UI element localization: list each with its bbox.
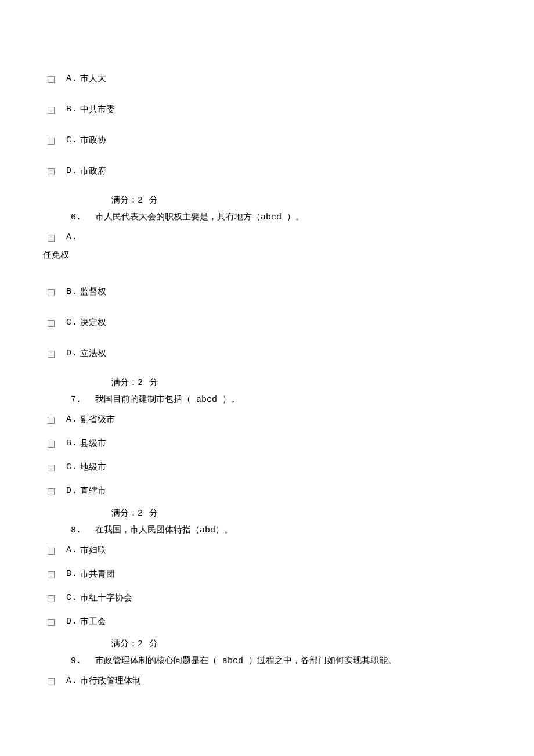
- option-letter: C.: [66, 461, 78, 473]
- answer-text: abcd: [217, 656, 248, 666]
- option-letter: D.: [66, 615, 78, 628]
- option-letter: B.: [66, 103, 78, 116]
- checkbox-icon[interactable]: [48, 417, 55, 424]
- option-text: 直辖市: [80, 485, 106, 497]
- option-letter: D.: [66, 165, 78, 177]
- option-text: 地级市: [80, 461, 106, 473]
- checkbox-icon[interactable]: [48, 619, 55, 626]
- question-number: 8.: [71, 525, 81, 535]
- option-text: 立法权: [80, 347, 106, 359]
- option-text: 市政府: [80, 165, 106, 177]
- checkbox-icon[interactable]: [48, 678, 55, 685]
- checkbox-icon[interactable]: [48, 235, 55, 242]
- score-unit: 分: [149, 195, 158, 204]
- score-line: 满分：2 分: [48, 638, 499, 650]
- answer-text: abcd: [191, 395, 222, 405]
- option-row: A. 副省级市: [48, 413, 499, 426]
- option-row: D. 市工会: [48, 615, 499, 628]
- option-letter: B.: [66, 286, 78, 298]
- option-letter: B.: [66, 437, 78, 449]
- checkbox-icon[interactable]: [48, 351, 55, 358]
- option-text: 决定权: [80, 316, 106, 329]
- option-letter: A.: [66, 675, 78, 687]
- score-line: 满分：2 分: [48, 194, 499, 207]
- option-row: D. 市政府: [48, 165, 499, 177]
- checkbox-icon[interactable]: [48, 76, 55, 83]
- option-row: C. 决定权: [48, 316, 499, 329]
- score-unit: 分: [149, 639, 158, 648]
- option-letter: A.: [66, 413, 78, 426]
- answer-text: abd: [200, 525, 215, 535]
- option-row: A. 市妇联: [48, 544, 499, 556]
- option-letter: C.: [66, 592, 78, 604]
- option-row: B. 县级市: [48, 437, 499, 449]
- option-letter: C.: [66, 134, 78, 146]
- question-text: 市政管理体制的核心问题是在（: [95, 656, 217, 665]
- question-stem: 6.市人民代表大会的职权主要是，具有地方（abcd ）。: [48, 211, 499, 224]
- option-row: C. 市红十字协会: [48, 592, 499, 604]
- question-text: ）。: [222, 394, 240, 404]
- score-value: 2: [138, 378, 143, 388]
- option-letter: A.: [66, 231, 78, 243]
- score-unit: 分: [149, 508, 158, 517]
- option-row: C. 地级市: [48, 461, 499, 473]
- option-letter: A.: [66, 544, 78, 556]
- option-row: B. 市共青团: [48, 568, 499, 580]
- checkbox-icon[interactable]: [48, 107, 55, 114]
- checkbox-icon[interactable]: [48, 320, 55, 327]
- checkbox-icon[interactable]: [48, 488, 55, 495]
- score-label: 满分：: [111, 508, 138, 517]
- question-text: 市人民代表大会的职权主要是，具有地方（: [95, 212, 261, 221]
- answer-text: abcd: [261, 213, 287, 222]
- option-row: D. 直辖市: [48, 485, 499, 497]
- score-label: 满分：: [111, 195, 138, 204]
- score-value: 2: [138, 509, 143, 519]
- option-text: 县级市: [80, 437, 106, 449]
- checkbox-icon[interactable]: [48, 548, 55, 555]
- score-unit: 分: [149, 377, 158, 387]
- question-text: ）。: [215, 525, 233, 534]
- option-row: B. 监督权: [48, 286, 499, 298]
- question-text: 我国目前的建制市包括（: [95, 394, 191, 404]
- option-text: 市红十字协会: [80, 592, 132, 604]
- checkbox-icon[interactable]: [48, 289, 55, 296]
- option-text: 市共青团: [80, 568, 115, 580]
- score-line: 满分：2 分: [48, 376, 499, 389]
- checkbox-icon[interactable]: [48, 138, 55, 145]
- score-value: 2: [138, 639, 143, 649]
- checkbox-icon[interactable]: [48, 595, 55, 602]
- question-stem: 8.在我国，市人民团体特指（abd）。: [48, 524, 499, 537]
- option-letter: D.: [66, 485, 78, 497]
- option-row: A. 市行政管理体制: [48, 675, 499, 687]
- question-text: 在我国，市人民团体特指（: [95, 525, 200, 534]
- option-row: A. 市人大: [48, 73, 499, 85]
- option-row: A.: [48, 231, 499, 243]
- question-stem: 7.我国目前的建制市包括（ abcd ）。: [48, 393, 499, 406]
- checkbox-icon[interactable]: [48, 441, 55, 448]
- option-text: 市妇联: [80, 544, 106, 556]
- option-row: B. 中共市委: [48, 103, 499, 116]
- option-text: 任免权: [43, 249, 499, 261]
- question-number: 7.: [71, 395, 81, 405]
- option-text: 监督权: [80, 286, 106, 298]
- option-text: 市工会: [80, 615, 106, 628]
- option-row: C. 市政协: [48, 134, 499, 146]
- option-row: D. 立法权: [48, 347, 499, 359]
- option-letter: B.: [66, 568, 78, 580]
- score-line: 满分：2 分: [48, 507, 499, 520]
- option-text: 市人大: [80, 73, 106, 85]
- option-text: 中共市委: [80, 103, 115, 116]
- option-text: 副省级市: [80, 413, 115, 426]
- question-stem: 9.市政管理体制的核心问题是在（ abcd ）过程之中，各部门如何实现其职能。: [48, 654, 499, 667]
- question-text: ）过程之中，各部门如何实现其职能。: [248, 656, 396, 665]
- option-text: 市行政管理体制: [80, 675, 141, 687]
- option-letter: A.: [66, 73, 78, 85]
- option-text: 市政协: [80, 134, 106, 146]
- question-number: 6.: [71, 213, 81, 222]
- checkbox-icon[interactable]: [48, 465, 55, 471]
- question-number: 9.: [71, 656, 81, 666]
- checkbox-icon[interactable]: [48, 168, 55, 175]
- score-value: 2: [138, 196, 143, 206]
- score-label: 满分：: [111, 639, 138, 648]
- checkbox-icon[interactable]: [48, 571, 55, 578]
